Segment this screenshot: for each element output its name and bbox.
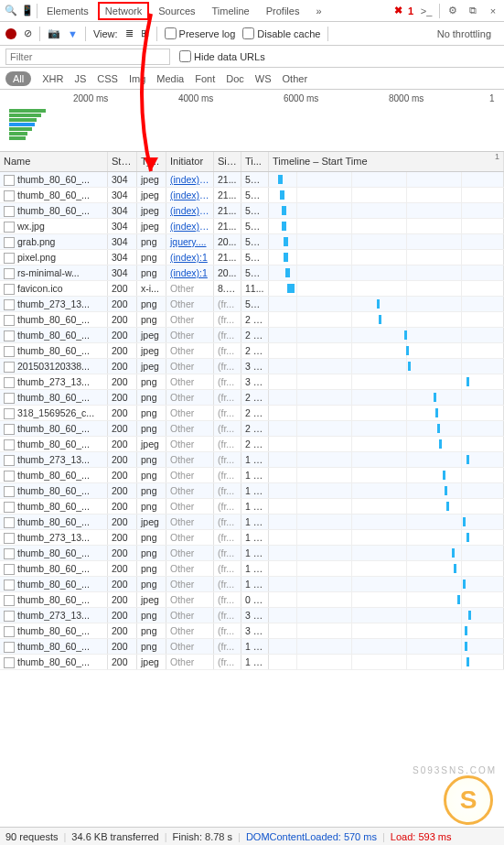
filter-input[interactable] — [5, 49, 170, 65]
cell-type: png — [137, 312, 166, 327]
table-row[interactable]: thumb_273_13...200pngOther(fr...1 ms — [0, 452, 504, 468]
table-row[interactable]: favicon.ico200x-i...Other8.5...11... — [0, 281, 504, 297]
table-row[interactable]: thumb_80_60_...304jpeg(index):...21...56… — [0, 188, 504, 203]
table-row[interactable]: rs-minimal-w...304png(index):120...53 ..… — [0, 265, 504, 281]
table-header: Name Sta... Ty... Initiator Size Ti... T… — [0, 152, 504, 172]
file-icon — [4, 377, 15, 388]
col-name[interactable]: Name — [0, 152, 108, 171]
filter-css[interactable]: CSS — [97, 73, 118, 84]
table-row[interactable]: wx.jpg304jpeg(index):...21...58 ... — [0, 219, 504, 234]
table-row[interactable]: 318_1569526_c...200pngOther(fr...2 ms — [0, 406, 504, 421]
table-row[interactable]: thumb_80_60_...200jpegOther(fr...0 ms — [0, 592, 504, 608]
console-icon[interactable]: >_ — [419, 5, 434, 16]
cell-initiator[interactable]: (index):1 — [166, 265, 214, 280]
filter-ws[interactable]: WS — [255, 73, 272, 84]
device-icon[interactable]: 📱 — [20, 5, 35, 16]
table-row[interactable]: thumb_273_13...200pngOther(fr...3 ms — [0, 608, 504, 623]
table-row[interactable]: 201503120338...200jpegOther(fr...3 ms — [0, 359, 504, 374]
col-time[interactable]: Ti... — [241, 152, 269, 171]
cell-status: 200 — [108, 561, 137, 576]
table-row[interactable]: thumb_80_60_...200jpegOther(fr...1 ms — [0, 655, 504, 670]
error-icon[interactable]: ✖ — [394, 5, 402, 16]
cell-name: thumb_80_60_... — [0, 561, 108, 576]
cell-name: thumb_80_60_... — [0, 546, 108, 560]
cell-initiator[interactable]: (index):... — [166, 203, 214, 218]
table-row[interactable]: thumb_80_60_...200pngOther(fr...1 ms — [0, 468, 504, 483]
table-row[interactable]: thumb_80_60_...200pngOther(fr...1 ms — [0, 499, 504, 515]
list-view-icon[interactable]: ≣ — [125, 27, 134, 39]
table-row[interactable]: grab.png304pngjquery....20...56 ... — [0, 234, 504, 250]
table-row[interactable]: thumb_80_60_...304jpeg(index):...21...55… — [0, 203, 504, 219]
table-row[interactable]: thumb_80_60_...200pngOther(fr...2 ms — [0, 421, 504, 437]
timeline-overview[interactable]: 2000 ms 4000 ms 6000 ms 8000 ms 1 — [0, 90, 504, 152]
filter-icon[interactable]: ▼ — [68, 28, 78, 39]
table-row[interactable]: thumb_80_60_...200pngOther(fr...1 ms — [0, 546, 504, 561]
tab-more[interactable]: » — [308, 2, 328, 20]
search-icon[interactable]: 🔍 — [4, 5, 18, 16]
throttling-select[interactable]: No throttling — [437, 28, 499, 39]
col-timeline[interactable]: Timeline – Start Time1 — [269, 152, 504, 171]
dock-icon[interactable]: ⧉ — [466, 5, 480, 16]
cell-status: 200 — [108, 623, 137, 638]
table-row[interactable]: pixel.png304png(index):121...59 ... — [0, 250, 504, 265]
table-row[interactable]: thumb_80_60_...304jpeg(index):...21...55… — [0, 172, 504, 188]
table-row[interactable]: thumb_80_60_...200jpegOther(fr...2 ms — [0, 343, 504, 359]
table-row[interactable]: thumb_80_60_...200pngOther(fr...3 ms — [0, 623, 504, 639]
tab-profiles[interactable]: Profiles — [259, 2, 307, 20]
table-row[interactable]: thumb_80_60_...200pngOther(fr...1 ms — [0, 639, 504, 655]
record-button[interactable] — [5, 28, 16, 39]
cell-status: 200 — [108, 452, 137, 467]
filter-xhr[interactable]: XHR — [42, 73, 63, 84]
error-count[interactable]: 1 — [408, 5, 413, 16]
cell-size: 8.5... — [214, 281, 241, 296]
timeline-bar — [437, 424, 440, 433]
close-icon[interactable]: × — [486, 5, 500, 16]
cell-initiator: Other — [166, 406, 214, 420]
table-row[interactable]: thumb_80_60_...200jpegOther(fr...1 ms — [0, 515, 504, 530]
preserve-log-checkbox[interactable]: Preserve log — [165, 27, 236, 39]
cell-initiator[interactable]: (index):... — [166, 172, 214, 187]
tab-network[interactable]: Network — [98, 2, 149, 20]
table-row[interactable]: thumb_273_13...200pngOther(fr...3 ms — [0, 374, 504, 390]
table-row[interactable]: thumb_273_13...200pngOther(fr...1 ms — [0, 530, 504, 546]
hide-data-urls-checkbox[interactable]: Hide data URLs — [179, 50, 265, 62]
grid-view-icon[interactable]: ⊞ — [141, 27, 149, 39]
filter-media[interactable]: Media — [156, 73, 184, 84]
filter-img[interactable]: Img — [129, 73, 145, 84]
tab-timeline[interactable]: Timeline — [205, 2, 257, 20]
gear-icon[interactable]: ⚙ — [445, 5, 460, 16]
table-row[interactable]: thumb_80_60_...200pngOther(fr...1 ms — [0, 483, 504, 499]
table-row[interactable]: thumb_80_60_...200pngOther(fr...1 ms — [0, 561, 504, 577]
tab-sources[interactable]: Sources — [151, 2, 202, 20]
filter-other[interactable]: Other — [283, 73, 308, 84]
clear-button[interactable]: ⊘ — [24, 27, 32, 39]
col-type[interactable]: Ty... — [137, 152, 166, 171]
table-row[interactable]: thumb_273_13...200pngOther(fr...56 ... — [0, 297, 504, 312]
table-row[interactable]: thumb_80_60_...200pngOther(fr...1 ms — [0, 577, 504, 592]
cell-type: png — [137, 639, 166, 654]
cell-size: (fr... — [214, 546, 241, 560]
disable-cache-checkbox[interactable]: Disable cache — [242, 27, 320, 39]
cell-initiator[interactable]: (index):... — [166, 219, 214, 233]
cell-time: 1 ms — [241, 499, 269, 514]
col-size[interactable]: Size — [214, 152, 241, 171]
cell-time: 2 ms — [241, 421, 269, 436]
cell-size: (fr... — [214, 390, 241, 405]
cell-initiator[interactable]: jquery.... — [166, 234, 214, 249]
cell-status: 200 — [108, 515, 137, 529]
cell-initiator[interactable]: (index):1 — [166, 250, 214, 265]
table-row[interactable]: thumb_80_60_...200pngOther(fr...2 ms — [0, 390, 504, 406]
filter-all[interactable]: All — [5, 71, 31, 86]
cell-initiator[interactable]: (index):... — [166, 188, 214, 202]
timeline-bar — [285, 268, 290, 277]
table-row[interactable]: thumb_80_60_...200jpegOther(fr...2 ms — [0, 328, 504, 343]
table-row[interactable]: thumb_80_60_...200pngOther(fr...2 ms — [0, 312, 504, 328]
tab-elements[interactable]: Elements — [39, 2, 96, 20]
camera-icon[interactable]: 📷 — [48, 27, 60, 39]
col-status[interactable]: Sta... — [108, 152, 137, 171]
col-initiator[interactable]: Initiator — [166, 152, 214, 171]
filter-font[interactable]: Font — [195, 73, 215, 84]
filter-js[interactable]: JS — [74, 73, 86, 84]
filter-doc[interactable]: Doc — [226, 73, 244, 84]
table-row[interactable]: thumb_80_60_...200jpegOther(fr...2 ms — [0, 437, 504, 452]
